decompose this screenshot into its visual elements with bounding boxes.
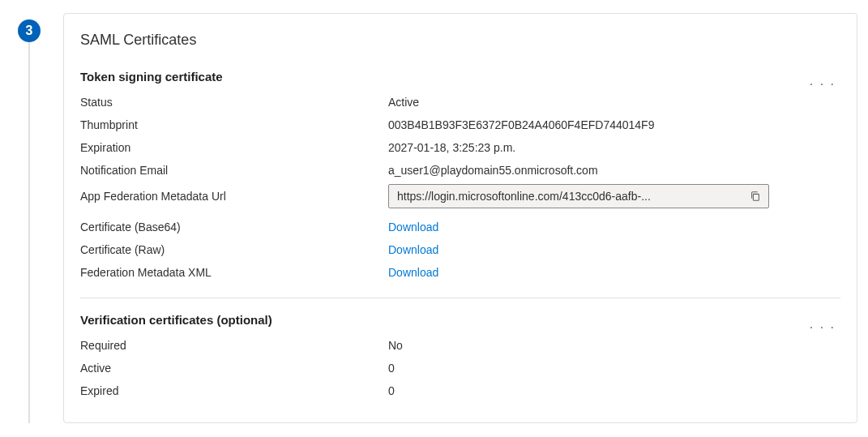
active-value: 0 xyxy=(388,362,840,375)
timeline-line xyxy=(28,42,30,423)
cert-base64-label: Certificate (Base64) xyxy=(80,221,388,233)
card-title: SAML Certificates xyxy=(80,32,840,49)
notification-email-label: Notification Email xyxy=(80,164,388,177)
download-fed-metadata-xml-link[interactable]: Download xyxy=(388,266,438,279)
expired-label: Expired xyxy=(80,384,388,397)
more-icon: . . . xyxy=(810,317,836,331)
thumbprint-label: Thumbprint xyxy=(80,118,388,131)
token-signing-section: Token signing certificate . . . Status A… xyxy=(80,70,840,283)
thumbprint-value: 003B4B1B93F3E6372F0B24A4060F4EFD744014F9 xyxy=(388,118,840,131)
verification-section: Verification certificates (optional) . .… xyxy=(80,313,840,401)
active-label: Active xyxy=(80,362,388,375)
section-divider xyxy=(80,298,840,298)
metadata-url-value: https://login.microsoftonline.com/413cc0… xyxy=(397,190,746,203)
expiration-value: 2027-01-18, 3:25:23 p.m. xyxy=(388,141,840,154)
expiration-label: Expiration xyxy=(80,141,388,154)
verification-title: Verification certificates (optional) xyxy=(80,313,272,327)
cert-raw-label: Certificate (Raw) xyxy=(80,243,388,256)
step-number: 3 xyxy=(26,24,33,38)
copy-icon xyxy=(750,191,761,202)
copy-url-button[interactable] xyxy=(746,186,765,206)
required-value: No xyxy=(388,339,840,352)
token-signing-title: Token signing certificate xyxy=(80,70,223,84)
more-icon: . . . xyxy=(810,74,836,88)
svg-rect-0 xyxy=(753,194,759,200)
fed-metadata-xml-label: Federation Metadata XML xyxy=(80,266,388,279)
notification-email-value: a_user1@playdomain55.onmicrosoft.com xyxy=(388,164,840,177)
download-cert-raw-link[interactable]: Download xyxy=(388,243,438,256)
download-cert-base64-link[interactable]: Download xyxy=(388,221,438,233)
step-badge: 3 xyxy=(18,19,41,42)
metadata-url-field[interactable]: https://login.microsoftonline.com/413cc0… xyxy=(388,184,769,208)
status-label: Status xyxy=(80,96,388,109)
verification-more-button[interactable]: . . . xyxy=(805,315,840,334)
status-value: Active xyxy=(388,96,840,109)
token-signing-more-button[interactable]: . . . xyxy=(805,71,840,91)
expired-value: 0 xyxy=(388,384,840,397)
saml-certificates-card: SAML Certificates Token signing certific… xyxy=(63,13,857,423)
required-label: Required xyxy=(80,339,388,352)
metadata-url-label: App Federation Metadata Url xyxy=(80,190,388,203)
